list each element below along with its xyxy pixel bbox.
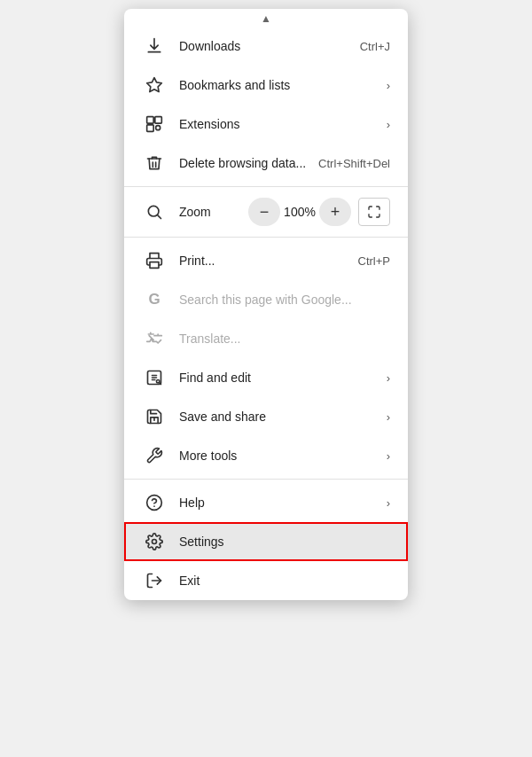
bookmark-icon bbox=[142, 76, 167, 94]
translate-label: Translate... bbox=[179, 332, 390, 346]
print-shortcut: Ctrl+P bbox=[358, 254, 390, 268]
more-tools-label: More tools bbox=[179, 449, 378, 463]
svg-rect-6 bbox=[150, 262, 159, 269]
menu-item-exit[interactable]: Exit bbox=[124, 561, 408, 600]
menu-item-find-edit[interactable]: Find and edit › bbox=[124, 358, 408, 397]
svg-marker-0 bbox=[147, 78, 162, 92]
context-menu: ▲ Downloads Ctrl+J Bookmarks and lists › bbox=[124, 9, 408, 600]
exit-label: Exit bbox=[179, 574, 390, 588]
svg-rect-2 bbox=[155, 117, 162, 124]
menu-item-more-tools[interactable]: More tools › bbox=[124, 436, 408, 475]
print-icon bbox=[142, 252, 167, 269]
extensions-chevron: › bbox=[387, 118, 390, 131]
help-icon bbox=[142, 494, 167, 511]
trash-icon bbox=[142, 154, 167, 172]
zoom-icon bbox=[142, 203, 167, 221]
more-tools-chevron: › bbox=[387, 449, 390, 463]
search-google-label: Search this page with Google... bbox=[179, 293, 390, 307]
save-share-chevron: › bbox=[387, 410, 390, 424]
menu-item-bookmarks[interactable]: Bookmarks and lists › bbox=[124, 66, 408, 105]
help-chevron: › bbox=[387, 496, 390, 510]
save-share-label: Save and share bbox=[179, 410, 378, 424]
settings-icon bbox=[142, 533, 167, 550]
extensions-icon bbox=[142, 115, 167, 133]
menu-item-delete-browsing[interactable]: Delete browsing data... Ctrl+Shift+Del bbox=[124, 144, 408, 183]
menu-item-downloads[interactable]: Downloads Ctrl+J bbox=[124, 27, 408, 66]
divider-2 bbox=[124, 237, 408, 238]
delete-browsing-label: Delete browsing data... bbox=[179, 156, 309, 170]
find-edit-chevron: › bbox=[387, 371, 390, 385]
zoom-plus-button[interactable]: + bbox=[319, 198, 351, 226]
settings-label: Settings bbox=[179, 535, 390, 549]
divider-1 bbox=[124, 186, 408, 187]
find-edit-label: Find and edit bbox=[179, 371, 378, 385]
svg-rect-3 bbox=[147, 125, 154, 132]
svg-point-15 bbox=[153, 540, 157, 544]
zoom-controls: − 100% + bbox=[248, 198, 390, 226]
menu-item-help[interactable]: Help › bbox=[124, 483, 408, 522]
bookmarks-label: Bookmarks and lists bbox=[179, 78, 378, 92]
delete-browsing-shortcut: Ctrl+Shift+Del bbox=[318, 157, 390, 170]
divider-3 bbox=[124, 479, 408, 480]
zoom-label: Zoom bbox=[179, 205, 248, 219]
print-label: Print... bbox=[179, 254, 349, 268]
downloads-shortcut: Ctrl+J bbox=[360, 40, 390, 53]
svg-point-4 bbox=[148, 206, 159, 216]
menu-item-settings[interactable]: Settings bbox=[124, 522, 408, 561]
menu-item-extensions[interactable]: Extensions › bbox=[124, 105, 408, 144]
svg-line-5 bbox=[158, 215, 161, 219]
extensions-label: Extensions bbox=[179, 117, 378, 131]
zoom-fullscreen-button[interactable] bbox=[358, 198, 390, 226]
bookmarks-chevron: › bbox=[387, 79, 390, 92]
menu-item-search-google: G Search this page with Google... bbox=[124, 280, 408, 319]
save-icon bbox=[142, 408, 167, 425]
zoom-minus-button[interactable]: − bbox=[248, 198, 280, 226]
zoom-section: Zoom − 100% + bbox=[124, 191, 408, 233]
menu-item-translate: Translate... bbox=[124, 319, 408, 358]
help-label: Help bbox=[179, 496, 378, 510]
exit-icon bbox=[142, 572, 167, 589]
menu-arrow: ▲ bbox=[124, 9, 408, 27]
tools-icon bbox=[142, 447, 167, 464]
menu-item-save-share[interactable]: Save and share › bbox=[124, 397, 408, 436]
menu-item-print[interactable]: Print... Ctrl+P bbox=[124, 241, 408, 280]
zoom-value: 100% bbox=[280, 205, 319, 219]
google-icon: G bbox=[142, 291, 167, 308]
find-icon bbox=[142, 369, 167, 386]
translate-icon bbox=[142, 330, 167, 347]
download-icon bbox=[142, 37, 167, 55]
svg-rect-1 bbox=[147, 117, 154, 124]
downloads-label: Downloads bbox=[179, 39, 351, 53]
